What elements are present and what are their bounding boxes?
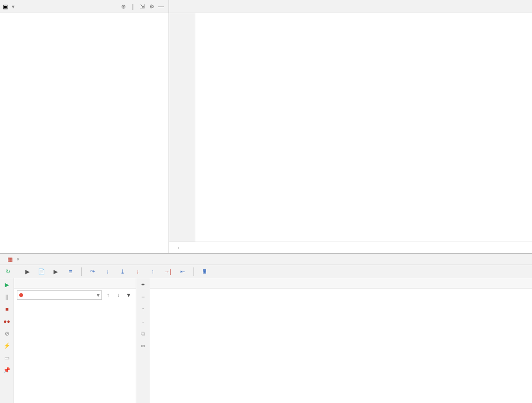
- expand-icon[interactable]: ⇲: [138, 2, 147, 11]
- debug-panel: ▦ × ↻ ▶ 📄 ▶ ≡ ↷ ↓ ⤓ ↓ ↑ →| ⇤ 🖩 ▶ || ■ ●●…: [0, 253, 532, 403]
- divider: |: [128, 2, 138, 11]
- force-step-into-icon[interactable]: ⤓: [118, 267, 127, 276]
- smart-step-icon[interactable]: ↓: [133, 267, 142, 276]
- run-config-icon: ▦: [8, 256, 13, 263]
- tab-debugger-console[interactable]: ▶: [54, 268, 60, 275]
- thread-status-icon: [19, 293, 23, 297]
- frames-title: [14, 278, 136, 289]
- layout-icon[interactable]: ▭: [3, 354, 11, 362]
- tab-console[interactable]: ▶: [25, 268, 31, 275]
- settings-icon[interactable]: ⚡: [3, 342, 11, 350]
- target-icon[interactable]: ⊕: [119, 2, 128, 11]
- variables-title: [150, 278, 532, 289]
- mute-bp-icon[interactable]: ⊘: [3, 330, 11, 337]
- pin-icon[interactable]: 📌: [3, 366, 11, 374]
- code-lines[interactable]: [195, 13, 532, 242]
- editor-tabs[interactable]: [169, 0, 532, 13]
- down-icon[interactable]: ↓: [139, 318, 147, 325]
- drop-frame-icon[interactable]: ⇤: [178, 267, 187, 276]
- add-watch-icon[interactable]: +: [139, 281, 147, 289]
- prev-frame-icon[interactable]: ↑: [104, 291, 112, 299]
- glasses-icon[interactable]: ∞: [139, 342, 147, 350]
- project-panel: ▣ ▾ ⊕ | ⇲ ⚙ —: [0, 0, 169, 253]
- step-into-icon[interactable]: ↓: [103, 267, 112, 276]
- rerun-icon[interactable]: ↻: [4, 267, 12, 276]
- stop-icon[interactable]: ■: [3, 305, 11, 313]
- variables-tree[interactable]: [150, 289, 532, 403]
- remove-watch-icon[interactable]: −: [139, 293, 147, 301]
- resume-icon[interactable]: ▶: [3, 281, 11, 289]
- variables-panel: [150, 278, 532, 403]
- copy-icon[interactable]: ⧉: [139, 330, 147, 337]
- tab-scripts[interactable]: 📄: [38, 268, 47, 275]
- step-out-icon[interactable]: ↑: [148, 267, 157, 276]
- pause-icon[interactable]: ||: [3, 293, 11, 301]
- dropdown-icon[interactable]: ▾: [12, 3, 15, 10]
- editor-panel: ›: [169, 0, 532, 253]
- close-icon[interactable]: ×: [16, 256, 20, 263]
- hide-icon[interactable]: —: [156, 2, 166, 11]
- vars-toolbar: + − ↑ ↓ ⧉ ∞: [136, 278, 150, 403]
- evaluate-icon[interactable]: 🖩: [200, 267, 209, 276]
- debug-toolbar: ↻ ▶ 📄 ▶ ≡ ↷ ↓ ⤓ ↓ ↑ →| ⇤ 🖩: [0, 265, 532, 278]
- code-area[interactable]: [169, 13, 532, 242]
- breakpoints-icon[interactable]: ●●: [3, 318, 11, 325]
- gear-icon[interactable]: ⚙: [147, 2, 156, 11]
- breadcrumb[interactable]: ›: [169, 242, 532, 253]
- filter-icon[interactable]: ▼: [124, 291, 133, 299]
- run-to-cursor-icon[interactable]: →|: [163, 267, 172, 276]
- step-over-icon[interactable]: ↷: [88, 267, 97, 276]
- show-exec-icon[interactable]: ≡: [66, 267, 75, 276]
- debug-header: ▦ ×: [0, 254, 532, 265]
- line-gutter: [169, 13, 195, 242]
- chevron-right-icon: ›: [177, 244, 179, 251]
- debug-side-toolbar: ▶ || ■ ●● ⊘ ⚡ ▭ 📌: [0, 278, 14, 403]
- project-tree[interactable]: [0, 13, 169, 253]
- project-icon: ▣: [3, 3, 8, 10]
- project-header: ▣ ▾ ⊕ | ⇲ ⚙ —: [0, 0, 169, 13]
- thread-selector[interactable]: ▾: [17, 290, 102, 300]
- up-icon[interactable]: ↑: [139, 305, 147, 313]
- frames-panel: ▾ ↑ ↓ ▼: [14, 278, 136, 403]
- next-frame-icon[interactable]: ↓: [114, 291, 123, 299]
